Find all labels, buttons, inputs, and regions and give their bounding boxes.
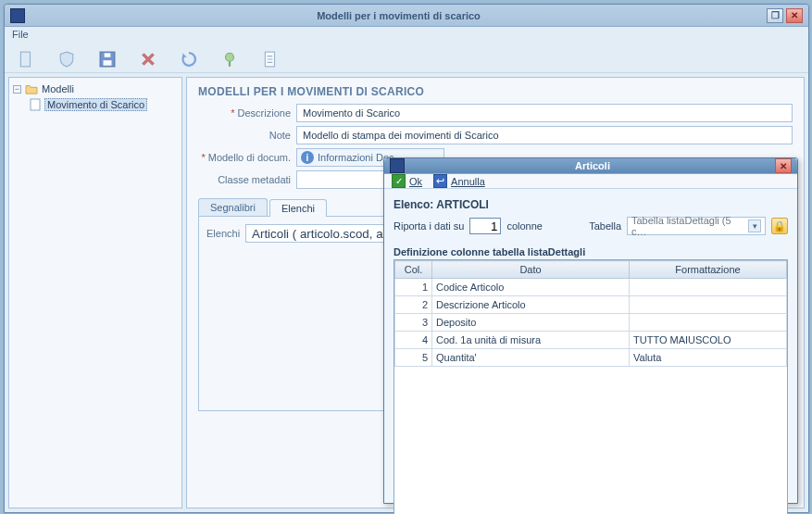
table-row[interactable]: 3Deposito — [395, 314, 787, 332]
table-row[interactable]: 2Descrizione Articolo — [395, 296, 787, 314]
svg-rect-2 — [104, 60, 112, 66]
input-descrizione[interactable] — [296, 104, 793, 122]
cell-dato: Codice Articolo — [432, 279, 630, 296]
label-note: Note — [198, 130, 296, 141]
app-logo-icon — [10, 8, 25, 23]
tabella-combo[interactable]: Tabella listaDettagli (5 c… ▾ — [627, 217, 766, 235]
cell-fmt — [630, 296, 787, 314]
table-row[interactable]: 1Codice Articolo — [395, 279, 787, 296]
dialog-close-button[interactable]: ✕ — [775, 158, 792, 173]
tree-child[interactable]: Movimento di Scarico — [30, 96, 178, 113]
new-icon[interactable] — [18, 51, 34, 68]
riporta-pre: Riporta i dati su — [394, 220, 464, 232]
riporta-post: colonne — [506, 220, 543, 232]
folder-icon — [25, 83, 38, 94]
save-icon[interactable] — [99, 51, 116, 68]
cell-dato: Deposito — [432, 314, 630, 332]
close-button[interactable]: ✕ — [786, 8, 803, 23]
col-header-fmt[interactable]: Formattazione — [630, 261, 787, 279]
menu-file[interactable]: File — [5, 27, 808, 45]
maximize-button[interactable]: ❐ — [767, 8, 783, 23]
cell-fmt: TUTTO MAIUSCOLO — [630, 332, 787, 349]
toolbar — [5, 45, 808, 73]
tree-pane: − Modelli Movimento di Scarico — [8, 77, 182, 508]
cell-fmt — [630, 314, 787, 332]
label-descrizione: Descrizione — [198, 107, 296, 119]
window-title: Modelli per i movimenti di scarico — [31, 10, 767, 21]
articoli-dialog: Articoli ✕ ✓ Ok Annulla Elenco: ARTICOLI… — [383, 157, 798, 504]
shield-icon[interactable] — [58, 51, 75, 68]
ok-button[interactable]: ✓ Ok — [392, 174, 422, 188]
cell-fmt — [630, 279, 787, 296]
label-modello: Modello di docum. — [198, 152, 296, 163]
svg-rect-6 — [31, 99, 40, 110]
tabella-label: Tabella — [589, 220, 621, 232]
cell-dato: Quantita' — [432, 349, 630, 367]
tree-child-label: Movimento di Scarico — [44, 98, 147, 111]
svg-rect-0 — [20, 52, 30, 67]
input-note[interactable] — [296, 126, 793, 144]
tab-elenchi[interactable]: Elenchi — [269, 199, 327, 217]
main-titlebar: Modelli per i movimenti di scarico ❐ ✕ — [5, 5, 808, 27]
dialog-title: Articoli — [410, 160, 775, 171]
cell-dato: Descrizione Articolo — [432, 296, 630, 314]
columns-grid[interactable]: Col. Dato Formattazione 1Codice Articolo… — [394, 259, 788, 514]
cell-col: 1 — [395, 279, 432, 296]
undo-icon — [433, 174, 447, 188]
cell-col: 5 — [395, 349, 432, 367]
cell-col: 4 — [395, 332, 432, 349]
tree-root-label: Modelli — [42, 83, 74, 94]
cell-dato: Cod. 1a unità di misura — [432, 332, 630, 349]
table-row[interactable]: 4Cod. 1a unità di misuraTUTTO MAIUSCOLO — [395, 332, 787, 349]
delete-icon[interactable] — [140, 51, 156, 68]
cell-col: 3 — [395, 314, 432, 332]
dialog-heading: Elenco: ARTICOLI — [394, 198, 788, 211]
toggle-icon[interactable]: − — [13, 85, 21, 94]
elenchi-label: Elenchi — [206, 228, 240, 239]
table-row[interactable]: 5Quantita'Valuta — [395, 349, 787, 367]
col-header-n[interactable]: Col. — [395, 261, 432, 279]
tree-root[interactable]: − Modelli — [13, 81, 178, 96]
cell-col: 2 — [395, 296, 432, 314]
check-icon: ✓ — [392, 174, 406, 188]
tab-segnalibri[interactable]: Segnalibri — [198, 198, 268, 216]
col-header-dato[interactable]: Dato — [432, 261, 630, 279]
dialog-titlebar: Articoli ✕ — [384, 158, 797, 174]
lock-icon[interactable]: 🔒 — [771, 218, 788, 234]
grid-empty-area — [394, 367, 787, 514]
ok-label: Ok — [409, 176, 422, 187]
cancel-label: Annulla — [451, 176, 485, 187]
form-heading: MODELLI PER I MOVIMENTI DI SCARICO — [198, 85, 793, 98]
svg-rect-3 — [105, 53, 111, 57]
refresh-icon[interactable] — [181, 51, 197, 68]
cancel-button[interactable]: Annulla — [433, 174, 485, 188]
cell-fmt: Valuta — [630, 349, 787, 367]
dialog-toolbar: ✓ Ok Annulla — [384, 174, 797, 189]
doc-icon[interactable] — [262, 51, 279, 68]
section-label: Definizione colonne tabella listaDettagl… — [394, 246, 788, 257]
pin-icon[interactable] — [221, 51, 238, 68]
label-classe: Classe metadati — [198, 174, 296, 185]
tabella-value: Tabella listaDettagli (5 c… — [631, 215, 748, 237]
dialog-logo-icon — [390, 158, 405, 173]
document-icon — [30, 98, 41, 111]
chevron-down-icon: ▾ — [748, 219, 761, 232]
info-icon: i — [301, 151, 314, 164]
columns-count-input[interactable] — [469, 218, 501, 234]
svg-point-4 — [226, 53, 234, 61]
